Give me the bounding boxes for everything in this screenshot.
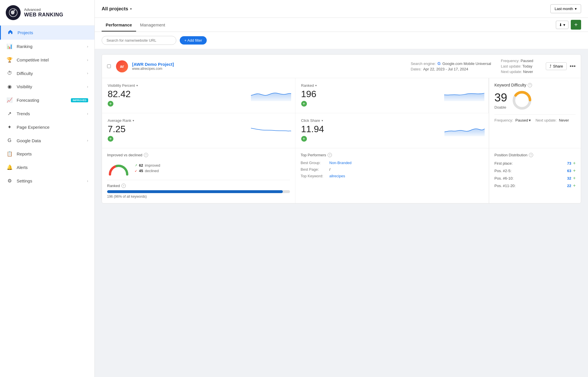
ranked-bar	[107, 190, 290, 193]
google-icon: G	[438, 61, 441, 66]
click-share-plus-button[interactable]: +	[301, 136, 307, 142]
tab-management[interactable]: Management	[136, 18, 169, 32]
pd-plus-2[interactable]: +	[573, 176, 576, 181]
pd-plus-0[interactable]: +	[573, 161, 576, 166]
filter-bar: + Add filter	[95, 32, 588, 49]
best-group-value[interactable]: Non-Branded	[329, 161, 351, 165]
down-arrow-icon: ↙	[135, 169, 137, 173]
search-input[interactable]	[102, 36, 176, 45]
declined-label: declined	[145, 169, 158, 173]
frequency-section: Frequency: Paused Last update: Today Nex…	[501, 59, 533, 74]
pd-row-2: Pos. #6-10:32+	[494, 176, 576, 181]
share-button[interactable]: ⤴ Share	[546, 62, 567, 70]
kd-info-icon[interactable]: ?	[528, 83, 532, 87]
pd-info-icon[interactable]: ?	[529, 153, 533, 157]
kd-freq-dropdown[interactable]: Paused ▾	[515, 118, 531, 122]
bottom-grid: Improved vs declined ?	[102, 148, 581, 203]
best-page-label: Best Page:	[301, 167, 329, 172]
svg-point-1	[13, 9, 15, 11]
ranked-bar-info-icon[interactable]: ?	[121, 184, 126, 188]
add-filter-button[interactable]: + Add filter	[180, 36, 207, 45]
tp-info-icon[interactable]: ?	[328, 153, 332, 157]
ranked-bar-fill	[107, 190, 283, 193]
project-avatar: ar	[116, 60, 128, 72]
best-group-label: Best Group:	[301, 161, 329, 165]
tab-performance[interactable]: Performance	[102, 18, 136, 32]
sidebar-item-label-difficulty: Difficulty	[17, 71, 83, 76]
improved-count: 62	[139, 163, 143, 168]
topbar-left: All projects ▾	[102, 6, 132, 12]
improved-stat: ↗ 62 improved	[135, 163, 160, 168]
add-project-button[interactable]: +	[571, 20, 581, 30]
kd-doable-label: Doable	[494, 105, 507, 109]
last-update-label: Last update:	[501, 64, 522, 68]
competitive-intel-arrow-icon: ›	[87, 58, 88, 62]
project-info: [AWR Demo Project] www.allrecipes.com	[132, 62, 407, 71]
top-keyword-row: Top Keyword: allrecipes	[301, 174, 483, 178]
ranked-cell: Ranked ▾ 196 +	[295, 78, 489, 113]
project-name[interactable]: [AWR Demo Project]	[132, 62, 407, 67]
search-engine-value: Google.com Mobile Universal	[442, 61, 491, 66]
donut-chart	[512, 90, 532, 110]
pd-count-0: 73	[567, 161, 571, 166]
frequency-value[interactable]: Paused	[521, 59, 533, 63]
sidebar-item-label-page-experience: Page Experience	[17, 125, 88, 130]
sidebar-item-label-competitive-intel: Competitive Intel	[17, 57, 83, 62]
project-url: www.allrecipes.com	[132, 67, 407, 71]
last-month-button[interactable]: Last month ▾	[550, 4, 581, 13]
gauge-chart	[107, 160, 130, 176]
project-checkbox[interactable]	[107, 64, 111, 68]
more-options-button[interactable]: •••	[570, 63, 576, 70]
ivd-info-icon[interactable]: ?	[144, 153, 148, 157]
sidebar-item-forecasting[interactable]: 📈ForecastingIMPROVED	[0, 93, 94, 107]
sidebar-item-trends[interactable]: ↗Trends›	[0, 107, 94, 120]
sidebar-item-projects[interactable]: Projects	[0, 26, 94, 40]
declined-count: 45	[139, 169, 143, 173]
pd-count-2: 32	[567, 176, 571, 180]
topbar-dropdown-arrow[interactable]: ▾	[130, 7, 132, 11]
average-rank-plus-button[interactable]: +	[108, 136, 113, 142]
sidebar-item-label-trends: Trends	[17, 111, 83, 116]
sidebar-item-settings[interactable]: ⚙Settings›	[0, 174, 94, 188]
sidebar-item-reports[interactable]: 📋Reports	[0, 147, 94, 161]
top-keyword-value[interactable]: allrecipes	[329, 174, 345, 178]
logo-text: Advanced WEB RANKING	[24, 7, 63, 18]
top-performers-cell: Top Performers ? Best Group: Non-Branded…	[295, 148, 489, 203]
settings-arrow-icon: ›	[87, 179, 88, 183]
sidebar-item-page-experience[interactable]: ✦Page Experience	[0, 120, 94, 134]
sidebar-item-alerts[interactable]: 🔔Alerts	[0, 161, 94, 174]
pd-plus-3[interactable]: +	[573, 183, 576, 188]
project-area: ar [AWR Demo Project] www.allrecipes.com…	[95, 49, 588, 209]
dates-label: Dates:	[411, 67, 421, 71]
sidebar-item-label-alerts: Alerts	[17, 165, 88, 170]
pd-plus-1[interactable]: +	[573, 168, 576, 173]
logo-line1: Advanced	[24, 7, 63, 12]
pd-count-1: 63	[567, 169, 571, 173]
dropdown-arrow: ▾	[322, 119, 323, 122]
frequency-label: Frequency:	[501, 59, 520, 63]
visibility-plus-button[interactable]: +	[108, 101, 113, 107]
sidebar-item-ranking[interactable]: 📊Ranking›	[0, 40, 94, 53]
google-data-arrow-icon: ›	[87, 139, 88, 143]
best-page-value[interactable]: /	[329, 167, 330, 172]
logo-icon	[6, 5, 21, 20]
ivd-stats: ↗ 62 improved ↙ 45 declined	[135, 163, 160, 173]
best-group-row: Best Group: Non-Branded	[301, 161, 483, 165]
tabs-bar: PerformanceManagement ⬇ ▾ +	[95, 18, 588, 32]
google-data-icon: G	[6, 138, 13, 143]
ranking-icon: 📊	[6, 43, 13, 49]
next-update-value: Never	[523, 70, 533, 74]
logo-line2: WEB RANKING	[24, 12, 63, 18]
sidebar-item-competitive-intel[interactable]: 🏆Competitive Intel›	[0, 53, 94, 67]
sidebar-item-google-data[interactable]: GGoogle Data›	[0, 134, 94, 147]
sidebar-item-label-visibility: Visibility	[17, 84, 83, 89]
ranked-plus-button[interactable]: +	[301, 101, 307, 107]
download-button[interactable]: ⬇ ▾	[556, 21, 568, 29]
ranked-bar-description: 196 (96% of all keywords)	[107, 195, 290, 199]
pd-row-0: First place:73+	[494, 161, 576, 166]
topbar-title[interactable]: All projects	[102, 6, 128, 12]
visibility-icon: ◉	[6, 84, 13, 90]
sidebar-item-visibility[interactable]: ◉Visibility›	[0, 80, 94, 93]
sidebar-item-difficulty[interactable]: ⏱Difficulty›	[0, 67, 94, 80]
sidebar-item-label-projects: Projects	[18, 30, 88, 35]
